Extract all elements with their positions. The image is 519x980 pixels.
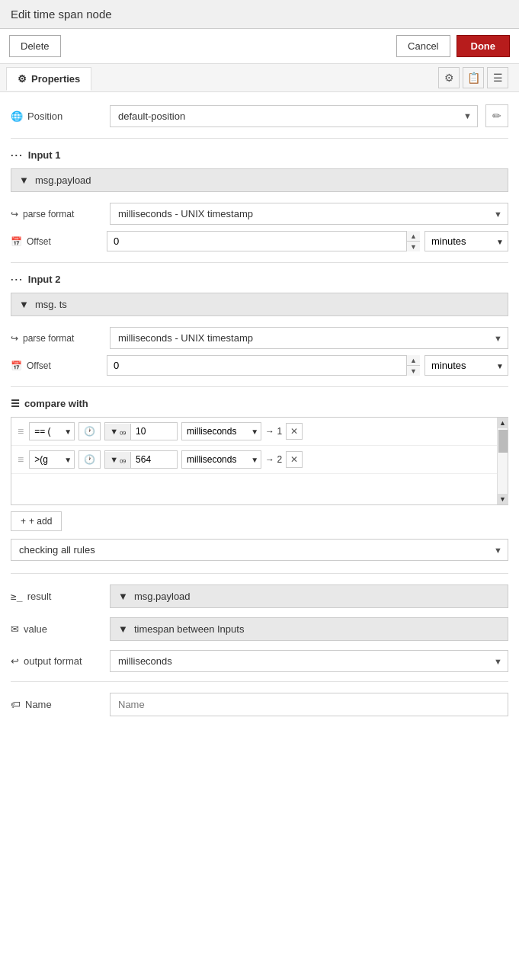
offset-icon-1: 📅 xyxy=(11,236,22,247)
input1-field-row: ▼ msg.payload xyxy=(11,168,508,192)
rule2-clock-icon: 🕐 xyxy=(84,454,95,465)
result-output-select-wrapper: milliseconds ▼ xyxy=(110,650,508,672)
doc-icon-button[interactable]: 📋 xyxy=(463,67,484,88)
result-output-select[interactable]: milliseconds xyxy=(110,650,508,672)
position-select-wrapper: default-position ▼ xyxy=(110,105,478,127)
input2-offset-unit-select[interactable]: minutes xyxy=(424,355,508,376)
input2-offset-spinners: ▲ ▼ xyxy=(406,355,420,376)
position-select[interactable]: default-position xyxy=(110,105,478,127)
rule2-arrow: → 2 xyxy=(265,454,282,465)
scrollbar-track[interactable]: ▲ ▼ xyxy=(497,418,508,504)
parse-icon-1: ↪ xyxy=(11,209,18,219)
scrollbar-down-button[interactable]: ▼ xyxy=(498,494,508,504)
drag-handle-1[interactable]: ≡ xyxy=(16,424,25,439)
envelope-icon: ✉ xyxy=(11,623,19,635)
input2-offset-input[interactable] xyxy=(107,355,420,376)
input1-field[interactable]: ▼ msg.payload xyxy=(11,168,508,192)
rules-empty-space xyxy=(11,474,497,504)
result-field-row: ≥_ result ▼ msg.payload xyxy=(11,584,508,608)
done-button[interactable]: Done xyxy=(457,35,511,57)
add-icon: + xyxy=(21,516,26,527)
input1-dropdown-arrow: ▼ xyxy=(19,175,29,186)
list-icon-button[interactable]: ☰ xyxy=(487,67,508,88)
rule1-op-select[interactable]: == ( xyxy=(29,422,75,440)
tag-icon: 🏷 xyxy=(11,699,21,710)
rule1-unit-wrapper: milliseconds ▼ xyxy=(181,422,261,440)
input2-field-value: msg. ts xyxy=(35,299,67,310)
rule2-val-type-icon: ₀₉ xyxy=(120,455,126,465)
input1-section-label: ··· Input 1 xyxy=(11,149,508,161)
name-row: 🏷 Name xyxy=(11,693,508,716)
input1-offset-spinners: ▲ ▼ xyxy=(406,231,420,251)
input1-parse-select-wrapper: milliseconds - UNIX timestamp ▼ xyxy=(110,203,508,225)
rule1-val-type-label: ▼ xyxy=(110,427,118,436)
rule2-val-type[interactable]: ▼ ₀₉ xyxy=(105,452,131,468)
rule2-unit-select[interactable]: milliseconds xyxy=(181,450,261,469)
settings-icon-button[interactable]: ⚙ xyxy=(438,67,460,88)
parse-icon-2: ↪ xyxy=(11,333,18,344)
dots-icon-1: ··· xyxy=(11,149,24,161)
result-field[interactable]: ▼ msg.payload xyxy=(110,584,508,608)
input2-offset-down[interactable]: ▼ xyxy=(407,366,420,376)
offset-icon-2: 📅 xyxy=(11,360,22,371)
result-value-field[interactable]: ▼ timespan between Inputs xyxy=(110,617,508,641)
rule1-val-type[interactable]: ▼ ₀₉ xyxy=(105,424,131,440)
result-section: ≥_ result ▼ msg.payload ✉ value ▼ timesp… xyxy=(11,584,508,672)
input1-offset-row: 📅 Offset ▲ ▼ minutes ▼ xyxy=(11,231,508,251)
rule1-clock-icon: 🕐 xyxy=(84,426,95,437)
rule1-type-button[interactable]: 🕐 xyxy=(78,422,101,440)
rule1-arrow: → 1 xyxy=(265,426,282,437)
position-edit-button[interactable]: ✏ xyxy=(485,104,508,127)
input1-offset-up[interactable]: ▲ xyxy=(407,231,420,242)
input2-offset-up[interactable]: ▲ xyxy=(407,355,420,366)
result-output-row: ↩ output format milliseconds ▼ xyxy=(11,650,508,672)
rule2-type-button[interactable]: 🕐 xyxy=(78,450,101,469)
scrollbar-up-button[interactable]: ▲ xyxy=(498,418,508,428)
result-field-value: msg.payload xyxy=(134,591,191,602)
add-label: + add xyxy=(29,516,52,527)
rule1-close-button[interactable]: ✕ xyxy=(286,423,303,440)
divider-5 xyxy=(11,681,508,682)
input1-offset-down[interactable]: ▼ xyxy=(407,242,420,251)
checking-select[interactable]: checking all rules xyxy=(11,539,508,561)
rule1-value-input[interactable] xyxy=(131,423,177,440)
compare-icon: ☰ xyxy=(11,398,20,409)
input2-dropdown-arrow: ▼ xyxy=(19,299,29,310)
result-value-label: ✉ value xyxy=(11,623,102,635)
cancel-button[interactable]: Cancel xyxy=(396,35,450,57)
input2-section-label: ··· Input 2 xyxy=(11,274,508,285)
name-input[interactable] xyxy=(110,693,508,716)
checking-row: checking all rules ▼ xyxy=(11,539,508,561)
delete-button[interactable]: Delete xyxy=(9,35,61,57)
input2-parse-select-wrapper: milliseconds - UNIX timestamp ▼ xyxy=(110,327,508,349)
scrollbar-thumb[interactable] xyxy=(498,430,508,453)
rule1-unit-select[interactable]: milliseconds xyxy=(181,422,261,440)
input1-offset-input-wrapper: ▲ ▼ xyxy=(107,231,420,251)
input1-offset-label: 📅 Offset xyxy=(11,236,102,247)
tab-properties[interactable]: ⚙ Properties xyxy=(6,67,91,91)
input2-field[interactable]: ▼ msg. ts xyxy=(11,293,508,316)
rule2-value-input[interactable] xyxy=(131,451,177,468)
input2-offset-input-wrapper: ▲ ▼ xyxy=(107,355,420,376)
result-value-dropdown-arrow: ▼ xyxy=(118,623,128,635)
result-icon: ≥_ xyxy=(11,591,23,602)
add-rule-button[interactable]: + + add xyxy=(11,511,62,531)
result-dropdown-arrow: ▼ xyxy=(118,591,128,602)
input1-offset-input[interactable] xyxy=(107,231,420,251)
tabs-bar: ⚙ Properties ⚙ 📋 ☰ xyxy=(0,64,519,92)
input2-parse-select[interactable]: milliseconds - UNIX timestamp xyxy=(110,327,508,349)
divider-1 xyxy=(11,138,508,139)
input1-parse-select[interactable]: milliseconds - UNIX timestamp xyxy=(110,203,508,225)
result-label: ≥_ result xyxy=(11,591,102,602)
rule2-unit-wrapper: milliseconds ▼ xyxy=(181,450,261,469)
result-output-label: ↩ output format xyxy=(11,655,102,667)
drag-handle-2[interactable]: ≡ xyxy=(16,452,25,467)
input1-parse-label: ↪ parse format xyxy=(11,209,102,219)
input1-offset-unit-select[interactable]: minutes xyxy=(424,231,508,251)
rule2-op-select[interactable]: >(g xyxy=(29,450,75,469)
table-row: ≡ == ( ▼ 🕐 ▼ ₀₉ xyxy=(11,418,497,446)
page-title: Edit time span node xyxy=(0,0,519,29)
input1-parse-row: ↪ parse format milliseconds - UNIX times… xyxy=(11,203,508,225)
rule2-close-button[interactable]: ✕ xyxy=(286,451,303,468)
compare-section: ☰ compare with ≡ == ( ▼ 🕐 ▼ xyxy=(11,398,508,561)
